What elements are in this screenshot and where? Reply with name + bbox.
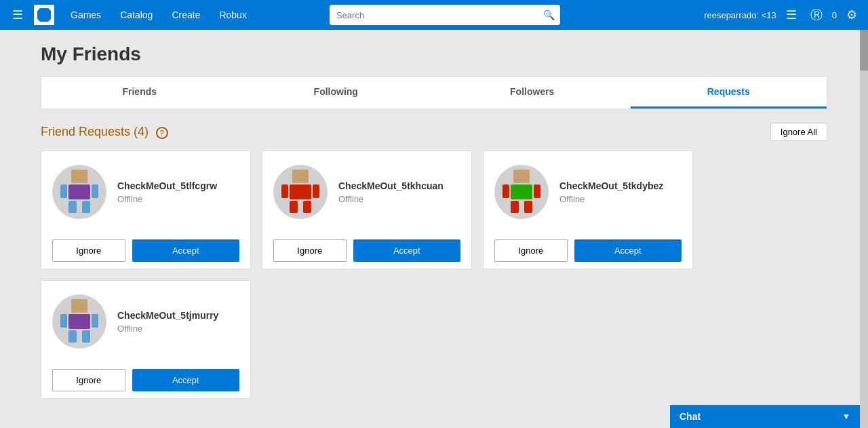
svg-rect-3 <box>92 184 98 198</box>
card-status-1: Offline <box>338 194 460 204</box>
tab-following[interactable]: Following <box>238 77 435 109</box>
scrollbar[interactable] <box>860 30 868 428</box>
svg-rect-5 <box>82 201 90 213</box>
svg-rect-0 <box>71 170 87 183</box>
svg-rect-2 <box>60 184 67 198</box>
cards-row-1: CheckMeOut_5tlfcgrw Offline Ignore Accep… <box>41 151 827 269</box>
ignore-button-3[interactable]: Ignore <box>52 369 125 391</box>
avatar-0 <box>52 165 106 219</box>
svg-rect-21 <box>92 314 98 328</box>
main-content: My Friends Friends Following Followers R… <box>0 30 868 423</box>
svg-rect-16 <box>511 201 519 213</box>
settings-icon[interactable]: ⚙ <box>842 5 861 25</box>
svg-rect-22 <box>68 330 77 343</box>
tab-followers[interactable]: Followers <box>434 77 631 109</box>
svg-rect-11 <box>303 201 311 213</box>
svg-rect-14 <box>502 184 509 198</box>
card-body-1: CheckMeOut_5tkhcuan Offline <box>262 151 471 233</box>
svg-rect-1 <box>68 184 90 199</box>
card-status-2: Offline <box>559 194 682 204</box>
navbar: ☰ Games Catalog Create Robux 🔍 reeseparr… <box>0 0 868 30</box>
scrollbar-thumb[interactable] <box>860 30 868 71</box>
svg-rect-19 <box>68 314 90 329</box>
nav-catalog[interactable]: Catalog <box>112 4 161 26</box>
svg-rect-7 <box>290 184 311 199</box>
friend-card-0: CheckMeOut_5tlfcgrw Offline Ignore Accep… <box>41 151 251 269</box>
roblox-logo[interactable] <box>34 5 54 25</box>
nav-right: reeseparrado: <13 ☰ Ⓡ 0 ⚙ <box>704 4 861 26</box>
card-username-0: CheckMeOut_5tlfcgrw <box>117 180 239 191</box>
character-svg-0 <box>59 168 100 216</box>
svg-rect-12 <box>513 170 530 183</box>
ignore-button-0[interactable]: Ignore <box>52 239 125 262</box>
accept-button-2[interactable]: Accept <box>574 239 682 262</box>
svg-rect-15 <box>534 184 540 198</box>
svg-rect-17 <box>524 201 532 213</box>
card-actions-0: Ignore Accept <box>41 233 250 269</box>
svg-rect-6 <box>292 170 309 183</box>
nav-robux[interactable]: Robux <box>211 4 254 26</box>
section-header: Friend Requests (4) ? Ignore All <box>41 123 827 141</box>
svg-rect-8 <box>281 184 288 198</box>
card-info-2: CheckMeOut_5tkdybez Offline <box>559 180 682 204</box>
tab-requests[interactable]: Requests <box>631 77 827 109</box>
avatar-1 <box>273 165 328 219</box>
card-actions-3: Ignore Accept <box>41 362 250 398</box>
svg-rect-23 <box>82 330 90 343</box>
ignore-button-2[interactable]: Ignore <box>494 239 568 262</box>
search-input[interactable] <box>330 5 560 25</box>
card-username-1: CheckMeOut_5tkhcuan <box>338 180 460 191</box>
chat-chevron-icon: ▼ <box>842 412 850 421</box>
ignore-button-1[interactable]: Ignore <box>273 239 347 262</box>
character-svg-1 <box>280 168 321 216</box>
chat-bar[interactable]: Chat ▼ <box>670 405 860 428</box>
friend-card-2: CheckMeOut_5tkdybez Offline Ignore Accep… <box>483 151 693 269</box>
nav-create[interactable]: Create <box>163 4 208 26</box>
username-display: reeseparrado: <13 <box>704 10 776 20</box>
card-actions-1: Ignore Accept <box>262 233 471 269</box>
svg-rect-20 <box>60 314 67 328</box>
friend-card-1: CheckMeOut_5tkhcuan Offline Ignore Accep… <box>262 151 472 269</box>
accept-button-0[interactable]: Accept <box>132 239 239 262</box>
section-title-group: Friend Requests (4) ? <box>41 125 168 139</box>
section-title: Friend Requests (4) <box>41 125 149 138</box>
friend-card-3: CheckMeOut_5tjmurry Offline Ignore Accep… <box>41 280 251 399</box>
card-status-3: Offline <box>117 324 239 334</box>
accept-button-3[interactable]: Accept <box>132 369 239 391</box>
hamburger-menu-icon[interactable]: ☰ <box>7 5 28 25</box>
avatar-2 <box>494 165 549 219</box>
search-icon: 🔍 <box>543 9 555 20</box>
notifications-icon[interactable]: ☰ <box>782 5 801 25</box>
svg-rect-10 <box>290 201 298 213</box>
page-title: My Friends <box>41 43 827 65</box>
card-body-2: CheckMeOut_5tkdybez Offline <box>484 151 692 233</box>
robux-icon[interactable]: Ⓡ <box>806 4 827 26</box>
svg-rect-9 <box>313 184 319 198</box>
card-info-1: CheckMeOut_5tkhcuan Offline <box>338 180 460 204</box>
card-username-3: CheckMeOut_5tjmurry <box>117 310 239 321</box>
accept-button-1[interactable]: Accept <box>353 239 460 262</box>
search-container: 🔍 <box>330 5 560 25</box>
character-svg-3 <box>59 298 100 345</box>
cards-row-2: CheckMeOut_5tjmurry Offline Ignore Accep… <box>41 280 827 399</box>
nav-links: Games Catalog Create Robux <box>62 4 255 26</box>
info-icon[interactable]: ? <box>156 127 168 139</box>
card-actions-2: Ignore Accept <box>484 233 692 269</box>
svg-rect-4 <box>68 201 77 213</box>
tab-friends[interactable]: Friends <box>41 77 238 109</box>
robux-count: 0 <box>832 10 837 20</box>
character-svg-2 <box>501 168 542 216</box>
chat-label: Chat <box>679 411 701 422</box>
nav-games[interactable]: Games <box>62 4 109 26</box>
card-info-3: CheckMeOut_5tjmurry Offline <box>117 310 239 334</box>
tabs-container: Friends Following Followers Requests <box>41 76 827 109</box>
ignore-all-button[interactable]: Ignore All <box>770 123 827 141</box>
svg-rect-13 <box>511 184 532 199</box>
card-username-2: CheckMeOut_5tkdybez <box>559 180 682 191</box>
avatar-3 <box>52 294 106 349</box>
card-body-3: CheckMeOut_5tjmurry Offline <box>41 281 250 362</box>
card-info-0: CheckMeOut_5tlfcgrw Offline <box>117 180 239 204</box>
card-status-0: Offline <box>117 194 239 204</box>
card-body-0: CheckMeOut_5tlfcgrw Offline <box>41 151 250 233</box>
svg-rect-18 <box>71 299 87 313</box>
